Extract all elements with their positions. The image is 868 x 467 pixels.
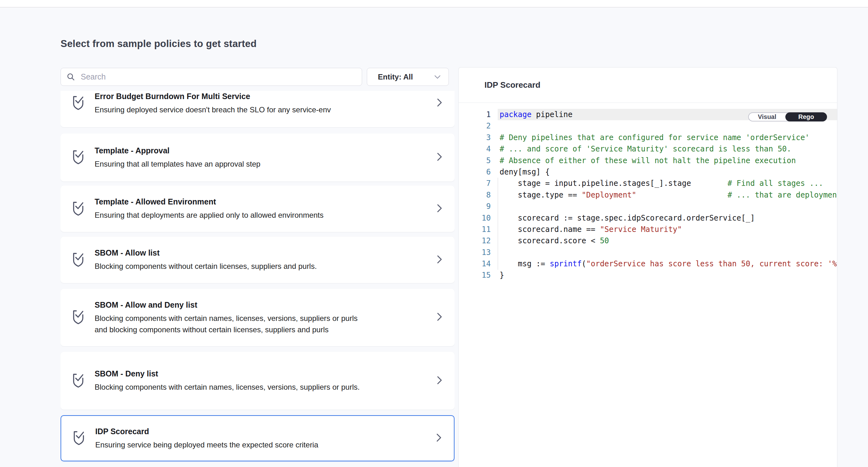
policy-card[interactable]: SBOM - Deny list Blocking components wit… bbox=[61, 352, 455, 410]
code-token: # ... that are deployments bbox=[727, 191, 837, 199]
indent-guide bbox=[498, 178, 498, 270]
chevron-down-icon bbox=[434, 75, 441, 79]
line-number: 14 bbox=[459, 258, 498, 269]
code-line[interactable]: 2 bbox=[459, 120, 837, 132]
code-lines: 1package pipeline23# Deny pipelines that… bbox=[459, 109, 837, 281]
code-token: stage.type == bbox=[500, 191, 582, 199]
code-text: scorecard := stage.spec.idpScorecard.ord… bbox=[498, 212, 837, 224]
shield-check-icon bbox=[70, 149, 86, 166]
policy-card[interactable]: Template - Allowed Environment Ensuring … bbox=[61, 185, 455, 232]
code-token: package bbox=[500, 110, 531, 119]
code-token: "Deployment" bbox=[582, 191, 636, 199]
code-text bbox=[498, 120, 837, 132]
code-line[interactable]: 6deny[msg] { bbox=[459, 166, 837, 178]
policy-card[interactable]: SBOM - Allow and Deny list Blocking comp… bbox=[61, 289, 455, 346]
policy-description: Ensuring deployed service doesn't breach… bbox=[95, 104, 331, 116]
shield-check-icon bbox=[70, 200, 86, 218]
code-token: 50 bbox=[600, 236, 609, 245]
toggle-rego-button[interactable]: Rego bbox=[785, 112, 827, 121]
code-token: scorecard.score < bbox=[500, 236, 600, 245]
shield-check-icon bbox=[70, 309, 86, 326]
code-text: } bbox=[498, 269, 837, 281]
policy-title: SBOM - Allow and Deny list bbox=[95, 300, 372, 310]
line-number: 8 bbox=[459, 189, 498, 201]
code-token bbox=[636, 191, 727, 199]
code-line[interactable]: 11 scorecard.name == "Service Maturity" bbox=[459, 224, 837, 235]
code-line[interactable]: 3# Deny pipelines that are configured fo… bbox=[459, 132, 837, 143]
code-text: # ... and score of 'Service Maturity' sc… bbox=[498, 143, 837, 155]
code-text: scorecard.score < 50 bbox=[498, 235, 837, 246]
code-line[interactable]: 10 scorecard := stage.spec.idpScorecard.… bbox=[459, 212, 837, 224]
top-chrome-bar bbox=[0, 0, 868, 7]
policy-title: Template - Approval bbox=[95, 145, 260, 155]
line-number: 3 bbox=[459, 132, 498, 143]
code-text: scorecard.name == "Service Maturity" bbox=[498, 224, 837, 235]
line-number: 6 bbox=[459, 166, 498, 178]
code-line[interactable]: 15} bbox=[459, 269, 837, 281]
code-line[interactable]: 9 bbox=[459, 201, 837, 212]
code-line[interactable]: 5# Absence of either of these will not h… bbox=[459, 155, 837, 166]
code-text: # Absence of either of these will not ha… bbox=[498, 155, 837, 166]
line-number: 7 bbox=[459, 178, 498, 189]
code-text: # Deny pipelines that are configured for… bbox=[498, 132, 837, 143]
page-title: Select from sample policies to get start… bbox=[61, 38, 257, 50]
policy-description: Blocking components with certain names, … bbox=[95, 381, 360, 393]
shield-check-icon bbox=[70, 251, 86, 269]
chevron-right-icon[interactable] bbox=[436, 374, 443, 388]
chevron-right-icon[interactable] bbox=[436, 202, 443, 216]
code-line[interactable]: 14 msg := sprintf("orderService has scor… bbox=[459, 258, 837, 269]
line-number: 10 bbox=[459, 212, 498, 224]
code-text: deny[msg] { bbox=[498, 166, 837, 178]
code-token: "Service Maturity" bbox=[600, 225, 682, 234]
code-text: msg := sprintf("orderService has score l… bbox=[498, 258, 837, 269]
code-token: } bbox=[500, 271, 504, 280]
policy-description: Ensuring service being deployed meets th… bbox=[95, 439, 318, 450]
chevron-right-icon[interactable] bbox=[436, 311, 443, 324]
code-line[interactable]: 4# ... and score of 'Service Maturity' s… bbox=[459, 143, 837, 155]
code-token: # ... and score of 'Service Maturity' sc… bbox=[500, 145, 792, 153]
code-token: ( bbox=[582, 259, 586, 268]
line-number: 11 bbox=[459, 224, 498, 235]
visual-rego-toggle[interactable]: Visual Rego bbox=[748, 112, 827, 121]
line-number: 12 bbox=[459, 235, 498, 246]
shield-check-icon bbox=[70, 372, 86, 390]
policy-card[interactable]: SBOM - Allow list Blocking components wi… bbox=[61, 237, 455, 283]
panel-header: IDP Scorecard bbox=[459, 67, 837, 103]
code-token: scorecard := stage.spec.idpScorecard.ord… bbox=[500, 214, 755, 223]
code-token: scorecard.name == bbox=[500, 225, 600, 234]
policy-description: Ensuring that all templates have an appr… bbox=[95, 158, 260, 170]
sample-policy-list: Error Budget Burndown For Multi Service … bbox=[61, 91, 455, 467]
code-text bbox=[498, 247, 837, 258]
chevron-right-icon[interactable] bbox=[435, 431, 442, 445]
entity-filter-dropdown[interactable]: Entity: All bbox=[367, 68, 449, 86]
line-number: 5 bbox=[459, 155, 498, 166]
code-token: msg := bbox=[500, 259, 550, 268]
policy-card[interactable]: Error Budget Burndown For Multi Service … bbox=[61, 91, 455, 127]
code-line[interactable]: 12 scorecard.score < 50 bbox=[459, 235, 837, 246]
chevron-right-icon[interactable] bbox=[436, 150, 443, 165]
rego-code-editor[interactable]: 1package pipeline23# Deny pipelines that… bbox=[459, 103, 837, 281]
toggle-visual-button[interactable]: Visual bbox=[749, 113, 785, 120]
policy-card[interactable]: Template - Approval Ensuring that all te… bbox=[61, 134, 455, 181]
code-line[interactable]: 13 bbox=[459, 247, 837, 258]
shield-check-icon bbox=[70, 94, 86, 112]
search-box[interactable] bbox=[61, 68, 362, 86]
search-input[interactable] bbox=[80, 72, 356, 82]
policy-title: SBOM - Deny list bbox=[95, 369, 360, 379]
code-token: deny[msg] { bbox=[500, 168, 550, 176]
policy-description: Ensuring that deployments are applied on… bbox=[95, 209, 323, 221]
code-token: stage = input.pipeline.stages[_].stage bbox=[500, 179, 691, 188]
policy-card[interactable]: IDP Scorecard Ensuring service being dep… bbox=[61, 415, 455, 461]
panel-title: IDP Scorecard bbox=[485, 80, 540, 90]
code-line[interactable]: 7 stage = input.pipeline.stages[_].stage… bbox=[459, 178, 837, 189]
policy-description: Blocking components with certain names, … bbox=[95, 313, 372, 335]
code-token: pipeline bbox=[531, 110, 572, 119]
line-number: 2 bbox=[459, 120, 498, 132]
code-token: sprintf bbox=[550, 259, 582, 268]
code-line[interactable]: 8 stage.type == "Deployment" # ... that … bbox=[459, 189, 837, 201]
code-text bbox=[498, 201, 837, 212]
chevron-right-icon[interactable] bbox=[436, 253, 443, 267]
chevron-right-icon[interactable] bbox=[436, 96, 443, 110]
policy-detail-panel: IDP Scorecard Visual Rego 1package pipel… bbox=[458, 67, 837, 467]
line-number: 9 bbox=[459, 201, 498, 212]
